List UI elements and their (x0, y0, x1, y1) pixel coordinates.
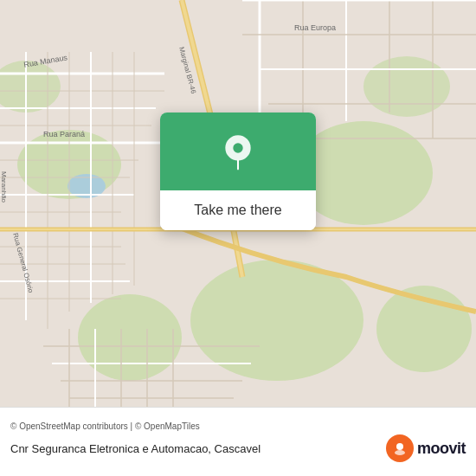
bottom-bar: © OpenStreetMap contributors | © OpenMap… (0, 407, 476, 476)
svg-point-58 (396, 443, 403, 450)
map-container: Rua Manaus Rua Paraná Rua Europa Margina… (0, 0, 476, 407)
popup-card: Take me there (160, 113, 316, 230)
attribution-text: © OpenStreetMap contributors | © OpenMap… (10, 421, 466, 431)
moovit-text: moovit (417, 440, 466, 458)
place-info: Cnr Seguranca Eletronica e Automacao, Ca… (10, 434, 466, 462)
moovit-logo: moovit (386, 434, 466, 462)
svg-point-7 (363, 56, 450, 117)
place-name: Cnr Seguranca Eletronica e Automacao, Ca… (10, 442, 261, 455)
svg-point-4 (78, 294, 182, 381)
svg-text:Maranhão: Maranhão (0, 171, 8, 203)
moovit-icon (386, 434, 414, 462)
popup-green-section (160, 113, 316, 190)
location-pin-icon (219, 132, 257, 170)
svg-text:Rua Paraná: Rua Paraná (43, 130, 85, 138)
svg-point-59 (395, 450, 405, 455)
svg-text:Rua Europa: Rua Europa (294, 23, 336, 32)
take-me-there-button[interactable]: Take me there (160, 190, 316, 230)
svg-point-57 (233, 143, 242, 152)
